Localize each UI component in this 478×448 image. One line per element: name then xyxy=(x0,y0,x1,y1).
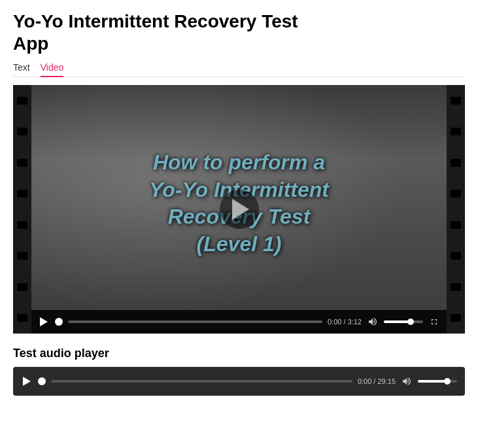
film-strip-right xyxy=(447,85,465,334)
video-play-center-button[interactable] xyxy=(220,190,259,229)
tab-bar: Text Video xyxy=(13,62,465,77)
audio-play-button[interactable] xyxy=(21,375,33,387)
audio-progress-bar[interactable] xyxy=(51,380,352,383)
video-volume-bar[interactable] xyxy=(384,320,423,323)
film-hole xyxy=(451,128,461,135)
film-hole xyxy=(17,252,27,260)
film-strip-left xyxy=(13,85,31,334)
film-hole xyxy=(17,221,27,229)
tab-text[interactable]: Text xyxy=(13,62,30,77)
video-progress-dot[interactable] xyxy=(55,318,63,326)
page-title: Yo-Yo Intermittent Recovery Test App xyxy=(13,10,465,54)
film-hole xyxy=(451,283,461,291)
film-hole xyxy=(17,97,27,105)
audio-volume-knob[interactable] xyxy=(444,378,451,385)
video-player: How to perform a Yo-Yo Intermittent Reco… xyxy=(13,85,465,334)
speaker-icon xyxy=(367,317,378,327)
film-hole xyxy=(451,252,461,260)
film-hole xyxy=(451,190,461,198)
fullscreen-icon xyxy=(430,317,439,326)
audio-progress-dot[interactable] xyxy=(38,377,46,385)
audio-volume-fill xyxy=(418,380,445,383)
film-hole xyxy=(17,283,27,291)
play-icon xyxy=(40,317,48,326)
film-hole xyxy=(451,159,461,167)
audio-section-title: Test audio player xyxy=(13,347,465,360)
audio-volume-bar[interactable] xyxy=(418,380,457,383)
play-center-triangle xyxy=(232,199,249,220)
film-hole xyxy=(17,128,27,135)
film-hole xyxy=(17,159,27,167)
film-hole xyxy=(451,97,461,105)
video-time-display: 0:00 / 3:12 xyxy=(328,318,362,326)
video-frame[interactable]: How to perform a Yo-Yo Intermittent Reco… xyxy=(31,85,447,334)
film-hole xyxy=(451,314,461,322)
film-hole xyxy=(451,221,461,229)
film-hole xyxy=(17,314,27,322)
video-play-button[interactable] xyxy=(38,316,50,328)
video-volume-knob[interactable] xyxy=(407,319,414,325)
video-progress-bar[interactable] xyxy=(68,320,322,323)
film-hole xyxy=(17,190,27,198)
video-controls-bar: 0:00 / 3:12 xyxy=(31,310,447,334)
audio-player: 0:00 / 29:15 xyxy=(13,367,465,396)
video-volume-icon[interactable] xyxy=(367,316,379,328)
audio-speaker-icon xyxy=(401,376,412,387)
audio-volume-icon[interactable] xyxy=(401,375,413,387)
tab-video[interactable]: Video xyxy=(41,62,64,77)
audio-play-icon xyxy=(23,377,31,386)
audio-time-display: 0:00 / 29:15 xyxy=(358,377,396,385)
video-fullscreen-button[interactable] xyxy=(428,316,440,328)
